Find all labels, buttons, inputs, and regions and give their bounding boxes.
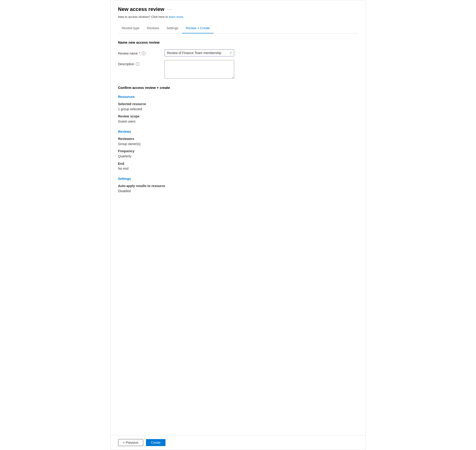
- description-textarea[interactable]: [165, 60, 234, 79]
- review-scope-label: Review scope: [118, 114, 358, 119]
- end-field: End No end: [118, 161, 358, 171]
- reviews-section-title: Reviews: [118, 130, 358, 134]
- tab-settings[interactable]: Settings: [163, 24, 182, 33]
- resources-section-title: Resources: [118, 95, 358, 99]
- footer-bar: < Previous Create: [111, 435, 366, 450]
- page-title: New access review: [118, 6, 164, 13]
- frequency-label: Frequency: [118, 149, 358, 154]
- tab-review-create[interactable]: Review + Create: [182, 24, 214, 33]
- create-button[interactable]: Create: [146, 439, 166, 446]
- end-value: No end: [118, 166, 358, 171]
- review-scope-value: Guest users: [118, 119, 358, 124]
- description-label: Description i: [118, 60, 165, 67]
- settings-section-title: Settings: [118, 177, 358, 181]
- auto-apply-label: Auto-apply results to resource: [118, 184, 358, 189]
- name-section: Name new access review Review name * i ✓…: [118, 40, 358, 79]
- reviewers-field: Reviewers Group owner(s): [118, 137, 358, 146]
- learn-more-text: New to access reviews? Click here to lea…: [118, 15, 358, 19]
- settings-section: Settings Auto-apply results to resource …: [118, 177, 358, 194]
- review-name-info-icon[interactable]: i: [142, 52, 146, 55]
- tabs-container: Review type Reviews Settings Review + Cr…: [118, 24, 358, 33]
- tab-reviews[interactable]: Reviews: [143, 24, 163, 33]
- auto-apply-value: Disabled: [118, 189, 358, 194]
- review-name-group: Review name * i ✓: [118, 49, 358, 56]
- review-name-wrapper: ✓: [165, 49, 234, 56]
- auto-apply-field: Auto-apply results to resource Disabled: [118, 184, 358, 193]
- selected-resource-label: Selected resource: [118, 102, 358, 107]
- name-section-title: Name new access review: [118, 40, 358, 45]
- description-info-icon[interactable]: i: [136, 62, 139, 66]
- frequency-value: Quarterly: [118, 154, 358, 159]
- review-name-input[interactable]: [165, 49, 234, 56]
- end-label: End: [118, 161, 358, 166]
- tab-review-type[interactable]: Review type: [118, 24, 143, 33]
- page-header: New access review ···: [118, 6, 358, 13]
- reviews-section: Reviews Reviewers Group owner(s) Frequen…: [118, 130, 358, 171]
- learn-more-link[interactable]: learn more.: [169, 15, 184, 18]
- previous-button[interactable]: < Previous: [118, 439, 143, 446]
- required-indicator: *: [139, 51, 140, 56]
- more-options-icon[interactable]: ···: [167, 6, 172, 12]
- review-name-label: Review name * i: [118, 49, 165, 56]
- frequency-field: Frequency Quarterly: [118, 149, 358, 159]
- selected-resource-field: Selected resource 1 group selected: [118, 102, 358, 111]
- confirm-section: Confirm access review + create Resources…: [118, 85, 358, 194]
- reviewers-value: Group owner(s): [118, 142, 358, 146]
- resources-section: Resources Selected resource 1 group sele…: [118, 95, 358, 124]
- selected-resource-value: 1 group selected: [118, 107, 358, 112]
- review-scope-field: Review scope Guest users: [118, 114, 358, 124]
- description-group: Description i: [118, 60, 358, 79]
- confirm-section-title: Confirm access review + create: [118, 85, 358, 90]
- valid-check-icon: ✓: [230, 51, 232, 55]
- reviewers-label: Reviewers: [118, 137, 358, 141]
